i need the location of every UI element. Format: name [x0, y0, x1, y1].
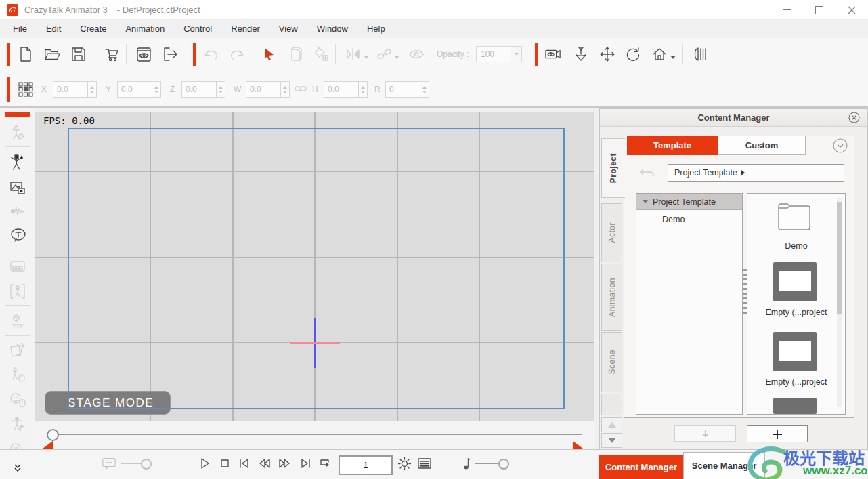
add-content-button[interactable] — [747, 425, 808, 442]
z-input[interactable]: 0.0 — [181, 81, 217, 98]
w-spinner[interactable] — [281, 81, 290, 98]
side-tab-partial[interactable] — [601, 394, 622, 415]
link-dropdown-caret[interactable] — [394, 56, 399, 59]
redo-button[interactable] — [229, 46, 245, 62]
current-frame-field[interactable]: 1 — [339, 455, 393, 475]
caption-slider-knob[interactable] — [141, 459, 152, 470]
maximize-button[interactable] — [803, 0, 836, 20]
new-project-button[interactable] — [18, 46, 34, 62]
create-actor-button[interactable] — [9, 154, 26, 171]
menu-file[interactable]: File — [3, 24, 37, 34]
thumbnails-scrollbar[interactable] — [837, 198, 842, 407]
tree-expander-icon[interactable] — [643, 200, 648, 203]
folder-thumbnail-icon[interactable] — [776, 202, 812, 232]
link-button[interactable] — [376, 46, 393, 62]
text-bubble-button[interactable] — [9, 228, 26, 244]
thumbnail-partial[interactable] — [773, 398, 817, 414]
render-quality-button[interactable] — [397, 456, 412, 471]
camera-view-button[interactable] — [545, 46, 561, 62]
face-puppet-button[interactable] — [9, 392, 26, 408]
thumbnail-empty-project-1[interactable] — [773, 262, 817, 301]
stage-canvas[interactable]: STAGE MODE FPS: 0.00 — [35, 112, 594, 421]
props-library-button[interactable] — [9, 258, 26, 274]
minimize-button[interactable] — [771, 0, 803, 20]
stop-button[interactable] — [217, 456, 232, 471]
previous-frame-button[interactable] — [257, 456, 272, 471]
timeline-toggle-button[interactable] — [417, 456, 432, 471]
navigate-back-button[interactable] — [639, 167, 655, 179]
download-template-button[interactable] — [674, 425, 736, 442]
x-input[interactable]: 0.0 — [53, 81, 88, 98]
sprite-switch-button[interactable] — [9, 342, 26, 358]
opacity-field[interactable]: 100 — [476, 46, 515, 62]
menu-create[interactable]: Create — [70, 24, 116, 34]
w-input[interactable]: 0.0 — [246, 81, 281, 98]
side-tab-animation[interactable]: Animation — [601, 264, 622, 331]
y-input[interactable]: 0.0 — [117, 81, 152, 98]
panel-close-button[interactable] — [848, 112, 860, 123]
volume-slider-knob[interactable] — [498, 459, 509, 470]
menu-help[interactable]: Help — [357, 24, 395, 34]
range-start-marker[interactable] — [43, 441, 53, 449]
camera-rotate-button[interactable] — [625, 46, 641, 62]
thumbnail-label-empty-2[interactable]: Empty (...project — [747, 377, 845, 387]
collapse-panel-button[interactable] — [833, 138, 848, 153]
fill-color-button[interactable] — [313, 46, 330, 62]
menu-edit[interactable]: Edit — [37, 24, 70, 34]
body-puppet-button[interactable] — [9, 367, 26, 383]
visibility-button[interactable] — [408, 46, 425, 62]
timeline-track[interactable] — [53, 434, 582, 435]
range-end-marker[interactable] — [573, 441, 583, 449]
3d-pose-button[interactable] — [9, 314, 26, 330]
menu-control[interactable]: Control — [174, 24, 221, 34]
thumbnail-empty-project-2[interactable] — [773, 332, 817, 371]
content-manager-footer-button[interactable]: Content Manager — [599, 455, 683, 479]
y-spinner[interactable] — [152, 81, 161, 98]
tab-template[interactable]: Template — [627, 136, 718, 155]
side-tab-project[interactable]: Project — [601, 138, 625, 198]
z-spinner[interactable] — [217, 81, 225, 98]
side-tabs-scroll-up-button[interactable] — [601, 417, 622, 432]
actor-settings-button[interactable] — [9, 125, 26, 141]
camera-anchor-button[interactable] — [573, 46, 589, 62]
menu-render[interactable]: Render — [221, 24, 269, 34]
wh-link-toggle[interactable] — [295, 85, 307, 93]
r-spinner[interactable] — [420, 81, 429, 98]
h-spinner[interactable] — [359, 81, 368, 98]
loop-button[interactable] — [318, 456, 332, 471]
audio-button[interactable] — [9, 203, 26, 220]
breadcrumb-dropdown[interactable]: Project Template — [668, 164, 844, 182]
menu-window[interactable]: Window — [307, 24, 357, 34]
flip-button[interactable] — [345, 46, 361, 62]
camera-home-button[interactable] — [651, 46, 668, 62]
select-tool-button[interactable] — [261, 46, 277, 62]
duplicate-button[interactable] — [287, 46, 303, 62]
preview-button[interactable] — [135, 46, 152, 62]
close-button[interactable] — [836, 0, 868, 20]
render-style-button[interactable] — [691, 46, 708, 62]
playhead-handle[interactable] — [47, 429, 59, 441]
thumbnail-label-demo[interactable]: Demo — [747, 241, 845, 251]
volume-slider-track[interactable] — [475, 463, 501, 464]
x-spinner[interactable] — [88, 81, 97, 98]
open-project-button[interactable] — [44, 46, 60, 62]
sidebar-collapse-button[interactable] — [10, 461, 25, 476]
save-project-button[interactable] — [70, 46, 87, 62]
go-to-end-button[interactable] — [299, 456, 313, 471]
tree-root-row[interactable]: Project Template — [636, 194, 742, 210]
audio-volume-button[interactable] — [460, 456, 475, 471]
play-button[interactable] — [197, 456, 212, 471]
next-frame-button[interactable] — [278, 456, 292, 471]
tree-item-demo[interactable]: Demo — [636, 215, 742, 224]
menu-view[interactable]: View — [269, 24, 307, 34]
side-tab-actor[interactable]: Actor — [601, 203, 622, 262]
undo-button[interactable] — [203, 46, 219, 62]
side-tab-scene[interactable]: Scene — [601, 332, 622, 392]
media-button[interactable] — [9, 180, 26, 196]
r-input[interactable]: 0 — [385, 81, 420, 98]
home-dropdown-caret[interactable] — [670, 56, 676, 59]
grid-snap-button[interactable] — [18, 81, 34, 98]
thumbnail-label-empty-1[interactable]: Empty (...project — [747, 308, 845, 317]
side-tabs-scroll-down-button[interactable] — [601, 433, 622, 448]
opacity-dropdown-button[interactable] — [511, 46, 522, 62]
